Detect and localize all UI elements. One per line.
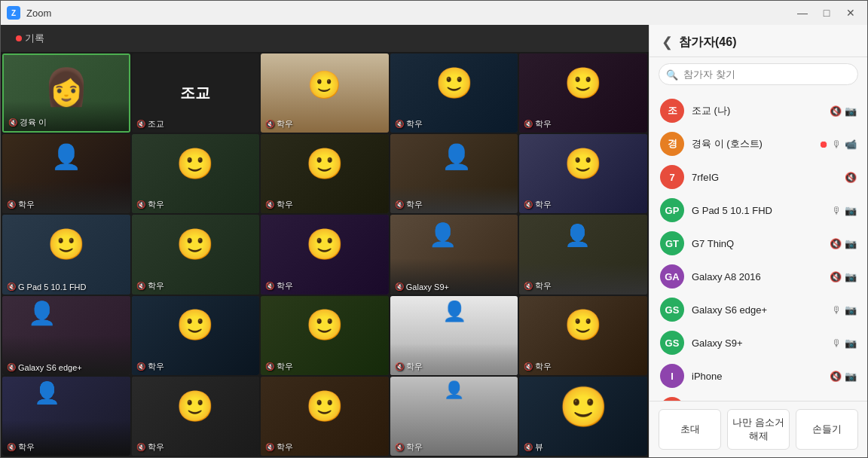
- video-cell-22[interactable]: 🙂 🔇 학우: [132, 377, 260, 456]
- mute-icon-17: 🔇: [136, 362, 145, 371]
- participant-icons: 🎙 📷: [832, 337, 857, 349]
- cell-name-18: 학우: [277, 361, 293, 372]
- participants-list[interactable]: 조 조교 (나) 🔇 📷 경 경육 이 (호스트) ⏺ 🎙 📹: [649, 91, 867, 401]
- video-area: 기록 👩 🔇 경육 이: [1, 25, 649, 457]
- record-button[interactable]: 기록: [10, 29, 50, 48]
- maximize-button[interactable]: □: [816, 5, 837, 21]
- cam-status-icon: 📷: [845, 105, 857, 117]
- video-cell-5[interactable]: 🙂 🔇 학우: [519, 53, 647, 133]
- participant-item[interactable]: GS Galaxy S9+ 🎙 📷: [649, 326, 867, 359]
- video-cell-20[interactable]: 🙂 🔇 학우: [519, 296, 647, 375]
- participant-item[interactable]: GP G Pad 5 10.1 FHD 🎙 📷: [649, 194, 867, 227]
- mute-icon-23: 🔇: [265, 443, 274, 451]
- video-cell-6[interactable]: 👤 🔇 학우: [2, 134, 130, 213]
- participant-name: G7 ThinQ: [692, 238, 822, 249]
- mute-icon-1: 🔇: [8, 118, 17, 127]
- panel-title: 참가자(46): [679, 35, 736, 50]
- video-cell-10[interactable]: 🙂 🔇 학우: [519, 134, 647, 213]
- video-cell-8[interactable]: 🙂 🔇 학우: [261, 134, 389, 213]
- video-cell-18[interactable]: 🙂 🔇 학우: [261, 296, 389, 375]
- mute-status-icon: 🔇: [830, 238, 842, 249]
- record-label: 기록: [25, 32, 44, 45]
- cell-name-11: G Pad 5 10.1 FHD: [18, 282, 87, 292]
- cell-label-6: 🔇 학우: [7, 199, 35, 210]
- invite-button[interactable]: 초대: [659, 409, 721, 450]
- close-button[interactable]: ✕: [840, 5, 861, 21]
- cell-name-2: 조교: [148, 118, 164, 130]
- mute-icon-22: 🔇: [136, 443, 145, 451]
- search-box: 🔍: [659, 63, 858, 85]
- cell-name-10: 학우: [535, 199, 552, 210]
- mic-icon: 🎙: [832, 304, 842, 316]
- participant-icons: 🔇 📷: [830, 271, 857, 282]
- video-cell-17[interactable]: 🙂 🔇 학우: [132, 296, 260, 375]
- mute-icon-10: 🔇: [524, 200, 533, 209]
- cell-name-15: 학우: [535, 280, 552, 292]
- participant-item[interactable]: GT G7 ThinQ 🔇 📷: [649, 227, 867, 260]
- mute-icon-25: 🔇: [524, 443, 533, 451]
- video-cell-2[interactable]: 조교 🔇 조교: [132, 53, 260, 133]
- video-cell-13[interactable]: 🙂 🔇 학우: [261, 215, 389, 294]
- raise-hand-button[interactable]: 손들기: [796, 409, 858, 450]
- video-cell-25[interactable]: 🙂 🔇 뷰: [519, 377, 647, 456]
- mute-icon-18: 🔇: [265, 362, 274, 371]
- cell-label-17: 🔇 학우: [136, 361, 164, 372]
- cell-name-3: 학우: [277, 118, 293, 130]
- participant-item[interactable]: 경 경육 이 (호스트) ⏺ 🎙 📹: [649, 127, 867, 160]
- participants-panel: ❮ 참가자(46) 🔍 조 조교 (나) 🔇 📷: [649, 25, 867, 457]
- video-cell-4[interactable]: 🙂 🔇 학우: [390, 53, 518, 133]
- cell-name-14: Galaxy S9+: [406, 282, 449, 292]
- participant-icons: 🎙 📷: [832, 205, 857, 216]
- video-cell-12[interactable]: 🙂 🔇 학우: [132, 215, 260, 294]
- cell-label-7: 🔇 학우: [136, 199, 164, 210]
- cell-name-23: 학우: [277, 441, 293, 453]
- cell-name-20: 학우: [535, 361, 552, 372]
- cell-label-2: 🔇 조교: [136, 118, 164, 130]
- cell-label-21: 🔇 학우: [7, 441, 35, 453]
- cell-name-5: 학우: [535, 118, 552, 130]
- participant-name: 7rfeIG: [692, 172, 837, 183]
- video-cell-3[interactable]: 🙂 🔇 학우: [261, 53, 389, 133]
- cell-text-2: 조교: [180, 83, 210, 103]
- video-cell-19[interactable]: 👤 🔇 학우: [390, 296, 518, 375]
- video-cell-11[interactable]: 🙂 🔇 G Pad 5 10.1 FHD: [2, 215, 130, 294]
- cell-name-25: 뷰: [535, 441, 543, 453]
- mute-icon-20: 🔇: [524, 362, 533, 371]
- cam-on-icon: 📹: [845, 139, 857, 150]
- video-cell-23[interactable]: 🙂 🔇 학우: [261, 377, 389, 456]
- participant-name: 조교 (나): [692, 104, 822, 118]
- avatar: 7: [660, 165, 684, 189]
- participant-item[interactable]: GA Galaxy A8 2016 🔇 📷: [649, 260, 867, 293]
- cell-label-15: 🔇 학우: [524, 280, 552, 292]
- video-cell-16[interactable]: 👤 🔇 Galaxy S6 edge+: [2, 296, 130, 375]
- panel-back-button[interactable]: ❮: [662, 34, 673, 50]
- minimize-button[interactable]: —: [792, 5, 813, 21]
- participant-item[interactable]: 7 7rfeIG 🔇: [649, 160, 867, 194]
- participant-item[interactable]: 조 조교 (나) 🔇 📷: [649, 94, 867, 127]
- cell-label-10: 🔇 학우: [524, 199, 552, 210]
- panel-footer: 초대 나만 음소거 해제 손들기: [649, 401, 867, 457]
- cell-name-21: 학우: [18, 441, 35, 453]
- mute-icon-3: 🔇: [265, 120, 274, 128]
- video-cell-1[interactable]: 👩 🔇 경육 이: [2, 53, 130, 133]
- avatar: GS: [660, 298, 684, 322]
- mute-icon-8: 🔇: [265, 200, 274, 209]
- video-cell-14[interactable]: 👤 🔇 Galaxy S9+: [390, 215, 518, 294]
- participant-name: 경육 이 (호스트): [692, 137, 811, 151]
- search-input[interactable]: [659, 63, 858, 85]
- video-cell-15[interactable]: 👤 🔇 학우: [519, 215, 647, 294]
- participant-icons: 🎙 📷: [832, 304, 857, 316]
- cell-label-18: 🔇 학우: [265, 361, 293, 372]
- participant-item[interactable]: NY 학우 🎙 📷: [649, 392, 867, 401]
- unmute-all-button[interactable]: 나만 음소거 해제: [727, 409, 790, 450]
- recording-icon: ⏺: [819, 139, 829, 150]
- video-cell-24[interactable]: 👤 🔇 학우: [390, 377, 518, 456]
- participant-item[interactable]: I iPhone 🔇 📷: [649, 359, 867, 392]
- participant-name: G Pad 5 10.1 FHD: [692, 205, 824, 216]
- video-cell-7[interactable]: 🙂 🔇 학우: [132, 134, 260, 213]
- avatar: 경: [660, 132, 684, 156]
- video-cell-9[interactable]: 👤 🔇 학우: [390, 134, 518, 213]
- video-cell-21[interactable]: 👤 🔇 학우: [2, 377, 130, 456]
- zoom-logo: Z: [7, 6, 20, 20]
- participant-item[interactable]: GS Galaxy S6 edge+ 🎙 📷: [649, 293, 867, 326]
